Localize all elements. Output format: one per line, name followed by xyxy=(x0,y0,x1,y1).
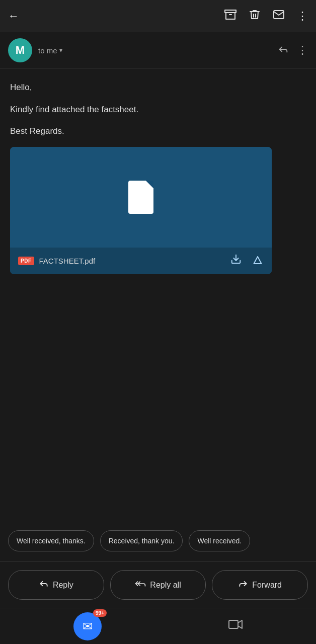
top-bar: ← ⋮ xyxy=(0,0,316,32)
forward-button[interactable]: Forward xyxy=(212,570,308,600)
svg-rect-0 xyxy=(225,10,236,13)
attachment-footer: PDF FACTSHEET.pdf xyxy=(10,248,272,274)
email-header-actions: ⋮ xyxy=(278,44,308,57)
document-icon xyxy=(125,178,157,216)
mail-action-icon[interactable] xyxy=(273,9,285,24)
reply-all-label: Reply all xyxy=(150,581,181,590)
smart-replies-container: Well received, thanks. Received, thank y… xyxy=(0,520,316,561)
mail-fab[interactable]: ✉ 99+ xyxy=(73,612,102,640)
reply-icon xyxy=(39,579,49,591)
forward-icon xyxy=(238,579,248,591)
back-button-container[interactable]: ← xyxy=(8,10,224,23)
reply-button[interactable]: Reply xyxy=(8,570,104,600)
download-icon[interactable] xyxy=(230,254,242,268)
email-header: M to me ▾ ⋮ xyxy=(0,32,316,69)
smart-reply-1[interactable]: Well received, thanks. xyxy=(8,530,94,551)
reply-label: Reply xyxy=(53,581,73,590)
quick-reply-icon[interactable] xyxy=(278,44,289,57)
svg-rect-5 xyxy=(229,620,238,628)
email-header-info: to me ▾ xyxy=(38,46,278,55)
to-me-label: to me xyxy=(38,46,57,55)
forward-label: Forward xyxy=(252,581,282,590)
email-main-text: Kindly find attached the factsheet. xyxy=(10,103,306,116)
action-buttons-bar: Reply Reply all Forward xyxy=(0,562,316,608)
more-icon[interactable]: ⋮ xyxy=(297,10,308,23)
svg-marker-6 xyxy=(238,620,242,628)
video-icon[interactable] xyxy=(228,618,243,634)
bottom-nav: ✉ 99+ xyxy=(0,608,316,644)
header-more-icon[interactable]: ⋮ xyxy=(297,44,308,57)
pdf-badge: PDF xyxy=(18,257,34,265)
email-closing: Best Regards. xyxy=(10,125,306,138)
email-greeting: Hello, xyxy=(10,81,306,94)
google-drive-icon[interactable] xyxy=(252,254,264,268)
attachment-actions xyxy=(230,254,264,268)
smart-reply-2[interactable]: Received, thank you. xyxy=(100,530,183,551)
email-body: Hello, Kindly find attached the factshee… xyxy=(0,69,316,520)
mail-fab-icon: ✉ xyxy=(83,619,93,633)
archive-icon[interactable] xyxy=(224,9,236,24)
smart-reply-3[interactable]: Well received. xyxy=(189,530,250,551)
expand-chevron[interactable]: ▾ xyxy=(59,47,62,54)
sender-avatar: M xyxy=(8,38,32,62)
svg-rect-2 xyxy=(128,181,153,214)
delete-icon[interactable] xyxy=(249,9,261,24)
back-icon[interactable]: ← xyxy=(8,10,19,22)
recipient-info[interactable]: to me ▾ xyxy=(38,46,278,55)
attachment-card[interactable]: PDF FACTSHEET.pdf xyxy=(10,147,272,274)
attachment-filename: FACTSHEET.pdf xyxy=(39,257,226,265)
reply-all-button[interactable]: Reply all xyxy=(110,570,206,600)
top-bar-actions: ⋮ xyxy=(224,9,308,24)
notification-badge: 99+ xyxy=(93,609,107,617)
attachment-preview xyxy=(10,147,272,248)
reply-all-icon xyxy=(135,579,146,591)
